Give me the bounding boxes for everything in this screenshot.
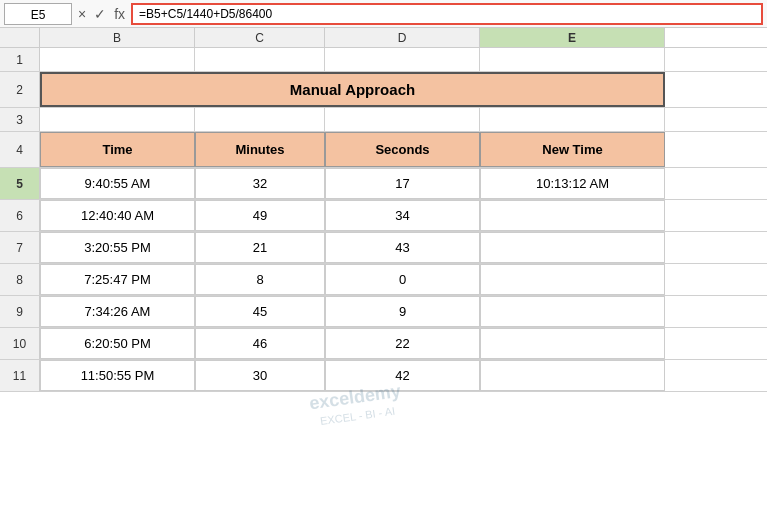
col-header-c[interactable]: C xyxy=(195,28,325,47)
header-new-time[interactable]: New Time xyxy=(480,132,665,167)
row-num-11: 11 xyxy=(0,360,40,391)
cell-d11[interactable]: 42 xyxy=(325,360,480,391)
row-7: 7 3:20:55 PM 21 43 xyxy=(0,232,767,264)
grid: 1 2 Manual Approach 3 4 Time Minutes Sec… xyxy=(0,48,767,514)
cell-ref-box[interactable]: E5 xyxy=(4,3,72,25)
cell-c11[interactable]: 30 xyxy=(195,360,325,391)
col-headers: B C D E xyxy=(0,28,767,48)
cell-e10[interactable] xyxy=(480,328,665,359)
header-time[interactable]: Time xyxy=(40,132,195,167)
header-seconds[interactable]: Seconds xyxy=(325,132,480,167)
fx-icon[interactable]: fx xyxy=(112,6,127,22)
row-num-9: 9 xyxy=(0,296,40,327)
cell-b5[interactable]: 9:40:55 AM xyxy=(40,168,195,199)
cell-e9[interactable] xyxy=(480,296,665,327)
row-6: 6 12:40:40 AM 49 34 xyxy=(0,200,767,232)
cell-b8[interactable]: 7:25:47 PM xyxy=(40,264,195,295)
cell-b1[interactable] xyxy=(40,48,195,71)
row-8: 8 7:25:47 PM 8 0 xyxy=(0,264,767,296)
data-rows: 5 9:40:55 AM 32 17 10:13:12 AM 6 12:40:4… xyxy=(0,168,767,392)
cell-d7[interactable]: 43 xyxy=(325,232,480,263)
cell-c6[interactable]: 49 xyxy=(195,200,325,231)
cell-d10[interactable]: 22 xyxy=(325,328,480,359)
cell-d8[interactable]: 0 xyxy=(325,264,480,295)
cell-e3[interactable] xyxy=(480,108,665,131)
row-3: 3 xyxy=(0,108,767,132)
cell-b10[interactable]: 6:20:50 PM xyxy=(40,328,195,359)
row-9: 9 7:34:26 AM 45 9 xyxy=(0,296,767,328)
cell-e6[interactable] xyxy=(480,200,665,231)
row-num-8: 8 xyxy=(0,264,40,295)
col-header-d[interactable]: D xyxy=(325,28,480,47)
cell-c9[interactable]: 45 xyxy=(195,296,325,327)
cell-b3[interactable] xyxy=(40,108,195,131)
formula-bar: E5 × ✓ fx xyxy=(0,0,767,28)
header-minutes[interactable]: Minutes xyxy=(195,132,325,167)
row-10: 10 6:20:50 PM 46 22 xyxy=(0,328,767,360)
cell-c5[interactable]: 32 xyxy=(195,168,325,199)
cell-d5[interactable]: 17 xyxy=(325,168,480,199)
row-2: 2 Manual Approach xyxy=(0,72,767,108)
cell-c8[interactable]: 8 xyxy=(195,264,325,295)
confirm-icon[interactable]: ✓ xyxy=(92,6,108,22)
cell-e1[interactable] xyxy=(480,48,665,71)
row-num-6: 6 xyxy=(0,200,40,231)
row-num-1: 1 xyxy=(0,48,40,71)
row-num-7: 7 xyxy=(0,232,40,263)
formula-input[interactable] xyxy=(131,3,763,25)
formula-icons: × ✓ fx xyxy=(76,6,127,22)
spreadsheet: E5 × ✓ fx B C D E 1 2 Manual Approach xyxy=(0,0,767,514)
row-1: 1 xyxy=(0,48,767,72)
cell-e11[interactable] xyxy=(480,360,665,391)
col-header-b[interactable]: B xyxy=(40,28,195,47)
row-11: 11 11:50:55 PM 30 42 xyxy=(0,360,767,392)
row-num-10: 10 xyxy=(0,328,40,359)
cell-d3[interactable] xyxy=(325,108,480,131)
cell-c10[interactable]: 46 xyxy=(195,328,325,359)
cell-b6[interactable]: 12:40:40 AM xyxy=(40,200,195,231)
cell-e7[interactable] xyxy=(480,232,665,263)
row-num-2: 2 xyxy=(0,72,40,107)
col-header-e[interactable]: E xyxy=(480,28,665,47)
cell-b7[interactable]: 3:20:55 PM xyxy=(40,232,195,263)
cell-c3[interactable] xyxy=(195,108,325,131)
cancel-icon[interactable]: × xyxy=(76,6,88,22)
row-num-3: 3 xyxy=(0,108,40,131)
title-cell[interactable]: Manual Approach xyxy=(40,72,665,107)
cell-b9[interactable]: 7:34:26 AM xyxy=(40,296,195,327)
cell-d1[interactable] xyxy=(325,48,480,71)
cell-e8[interactable] xyxy=(480,264,665,295)
cell-b11[interactable]: 11:50:55 PM xyxy=(40,360,195,391)
cell-c1[interactable] xyxy=(195,48,325,71)
row-num-4: 4 xyxy=(0,132,40,167)
cell-e5[interactable]: 10:13:12 AM xyxy=(480,168,665,199)
cell-d9[interactable]: 9 xyxy=(325,296,480,327)
row-5: 5 9:40:55 AM 32 17 10:13:12 AM xyxy=(0,168,767,200)
row-num-5: 5 xyxy=(0,168,40,199)
cell-c7[interactable]: 21 xyxy=(195,232,325,263)
row-4: 4 Time Minutes Seconds New Time xyxy=(0,132,767,168)
cell-d6[interactable]: 34 xyxy=(325,200,480,231)
corner-header xyxy=(0,28,40,47)
